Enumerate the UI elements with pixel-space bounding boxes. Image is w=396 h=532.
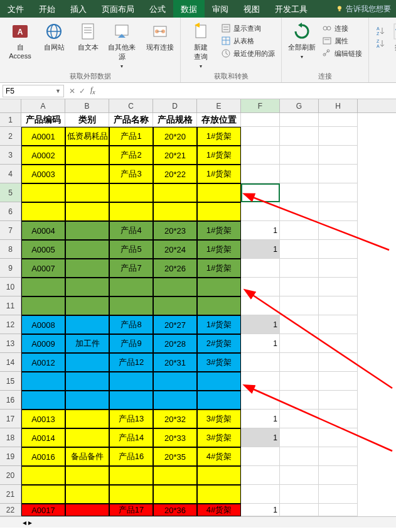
- btn-from-access[interactable]: A 自 Access: [4, 20, 36, 61]
- row-header[interactable]: 12: [0, 315, 21, 334]
- btn-edit-links[interactable]: 编辑链接: [319, 48, 365, 59]
- cell[interactable]: [241, 259, 280, 278]
- btn-from-web[interactable]: 自网站: [38, 20, 70, 53]
- cell[interactable]: [280, 259, 319, 278]
- tell-me-box[interactable]: 告诉我您想要: [331, 0, 396, 18]
- cell[interactable]: 20*35: [153, 447, 197, 466]
- cell[interactable]: [241, 165, 280, 183]
- cell[interactable]: [280, 127, 319, 146]
- cell[interactable]: [280, 353, 319, 372]
- menu-insert[interactable]: 插入: [63, 0, 94, 18]
- cell[interactable]: 20*21: [153, 146, 197, 165]
- cell[interactable]: 20*32: [153, 410, 197, 428]
- cell[interactable]: [280, 183, 319, 202]
- cell[interactable]: 20*27: [153, 315, 197, 334]
- cell[interactable]: 3#货架: [197, 353, 241, 372]
- cell[interactable]: [319, 485, 358, 504]
- cell[interactable]: [65, 504, 109, 516]
- cell[interactable]: 产品12: [109, 353, 153, 372]
- header-cell[interactable]: 产品规格: [153, 113, 197, 127]
- cell[interactable]: 产品1: [109, 127, 153, 146]
- cell[interactable]: A0002: [21, 146, 65, 165]
- cell[interactable]: [65, 410, 109, 428]
- cell[interactable]: 20*26: [153, 259, 197, 278]
- cell[interactable]: [319, 127, 358, 146]
- cell[interactable]: [319, 372, 358, 391]
- cell[interactable]: A0001: [21, 127, 65, 146]
- cell[interactable]: [241, 353, 280, 372]
- cell[interactable]: [109, 466, 153, 485]
- cell[interactable]: A0017: [21, 504, 65, 516]
- btn-connections[interactable]: 连接: [319, 23, 365, 34]
- cell[interactable]: [280, 372, 319, 391]
- cell[interactable]: [109, 372, 153, 391]
- menu-view[interactable]: 视图: [236, 0, 267, 18]
- cell[interactable]: [280, 504, 319, 516]
- cell[interactable]: A0007: [21, 259, 65, 278]
- cell[interactable]: A0008: [21, 315, 65, 334]
- row-header[interactable]: 3: [0, 146, 21, 165]
- cell[interactable]: [153, 278, 197, 296]
- cell[interactable]: 产品16: [109, 447, 153, 466]
- cell[interactable]: [109, 202, 153, 221]
- cell[interactable]: [109, 278, 153, 296]
- btn-sort-desc[interactable]: ZA: [373, 38, 388, 49]
- cell[interactable]: 20*36: [153, 504, 197, 516]
- menu-home[interactable]: 开始: [31, 0, 63, 18]
- cell[interactable]: 4#货架: [197, 504, 241, 516]
- row-header[interactable]: 8: [0, 240, 21, 259]
- cell[interactable]: 1#货架: [197, 146, 241, 165]
- cell[interactable]: [319, 146, 358, 165]
- cell[interactable]: [319, 278, 358, 296]
- cell[interactable]: A0013: [21, 410, 65, 428]
- row-header[interactable]: 7: [0, 221, 21, 240]
- cell[interactable]: [65, 221, 109, 240]
- menu-dev[interactable]: 开发工具: [267, 0, 315, 18]
- cell[interactable]: [241, 447, 280, 466]
- cell[interactable]: 1#货架: [197, 259, 241, 278]
- cell[interactable]: [280, 278, 319, 296]
- col-header-A[interactable]: A: [21, 99, 65, 112]
- cell[interactable]: [241, 183, 280, 202]
- cell[interactable]: [280, 428, 319, 447]
- cell[interactable]: [280, 315, 319, 334]
- cell[interactable]: [65, 259, 109, 278]
- formula-input[interactable]: [99, 85, 396, 97]
- header-cell[interactable]: 存放位置: [197, 113, 241, 127]
- cell[interactable]: [21, 372, 65, 391]
- cancel-icon[interactable]: ✕: [69, 87, 75, 95]
- cell[interactable]: 3#货架: [197, 428, 241, 447]
- row-header[interactable]: 15: [0, 372, 21, 391]
- cell[interactable]: [280, 165, 319, 183]
- cell[interactable]: [241, 372, 280, 391]
- cell[interactable]: [65, 278, 109, 296]
- cell[interactable]: [197, 278, 241, 296]
- cell[interactable]: [280, 146, 319, 165]
- cell[interactable]: [280, 447, 319, 466]
- cell[interactable]: [319, 183, 358, 202]
- cell[interactable]: [65, 391, 109, 410]
- cell[interactable]: [241, 391, 280, 410]
- menu-review[interactable]: 审阅: [205, 0, 236, 18]
- select-all-corner[interactable]: [0, 99, 21, 113]
- menu-layout[interactable]: 页面布局: [94, 0, 142, 18]
- cell[interactable]: [319, 113, 358, 127]
- cell[interactable]: [280, 240, 319, 259]
- cell[interactable]: [65, 466, 109, 485]
- cell[interactable]: [241, 278, 280, 296]
- cell[interactable]: 3#货架: [197, 410, 241, 428]
- row-header[interactable]: 10: [0, 278, 21, 296]
- cell[interactable]: [153, 372, 197, 391]
- row-header[interactable]: 18: [0, 428, 21, 447]
- name-box[interactable]: F5 ▼: [3, 85, 64, 97]
- cell[interactable]: [65, 146, 109, 165]
- btn-show-queries[interactable]: 显示查询: [218, 23, 277, 34]
- cell[interactable]: 2#货架: [197, 334, 241, 353]
- cell[interactable]: [319, 504, 358, 516]
- cell[interactable]: 产品14: [109, 428, 153, 447]
- cell[interactable]: [197, 466, 241, 485]
- cell[interactable]: 20*28: [153, 334, 197, 353]
- cell[interactable]: [21, 183, 65, 202]
- sheet-nav[interactable]: ◂ ▸: [19, 518, 36, 527]
- cell[interactable]: [153, 183, 197, 202]
